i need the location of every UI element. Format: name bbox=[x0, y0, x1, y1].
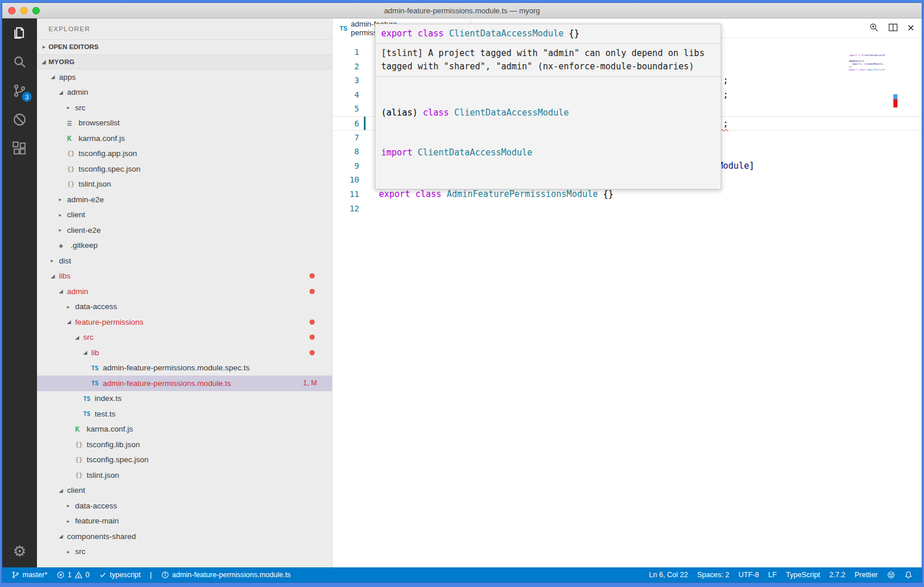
tree-folder-dist[interactable]: ▸dist bbox=[37, 253, 332, 269]
status-tslint-status[interactable]: typescript bbox=[95, 567, 144, 582]
chevron-down-icon: ◢ bbox=[75, 335, 83, 340]
ts-file-icon: TS bbox=[91, 380, 103, 387]
code-line-12[interactable]: 12 bbox=[333, 202, 922, 216]
code-token: {} bbox=[598, 189, 613, 199]
branch-icon bbox=[12, 571, 20, 579]
tree-file-index.ts[interactable]: TSindex.ts bbox=[37, 391, 332, 407]
tree-folder-feature-permissions[interactable]: ◢feature-permissions bbox=[37, 314, 332, 330]
status-formatter[interactable]: Prettier bbox=[851, 567, 881, 582]
chevron-right-icon: ▸ bbox=[67, 518, 75, 524]
line-number: 5 bbox=[333, 102, 366, 116]
tree-folder-src[interactable]: ▸src bbox=[37, 100, 332, 116]
tree-folder-client[interactable]: ▸client bbox=[37, 207, 332, 223]
code-token: ClientDataAccessModule bbox=[418, 147, 532, 158]
tree-folder-lib[interactable]: ◢lib bbox=[37, 345, 332, 361]
project-section[interactable]: ◢ MYORG bbox=[37, 54, 332, 69]
tree-item-label: client bbox=[67, 210, 85, 219]
tree-file-karma.conf.js[interactable]: Kkarma.conf.js bbox=[37, 131, 332, 146]
search-icon bbox=[12, 54, 28, 70]
tree-file-tsconfig.spec.json[interactable]: {}tsconfig.spec.json bbox=[37, 161, 332, 177]
file-tree: ◢apps◢admin▸src≡browserslistKkarma.conf.… bbox=[37, 69, 332, 567]
tree-item-label: admin-e2e bbox=[67, 195, 104, 204]
code-token: ; bbox=[723, 75, 728, 86]
tree-folder-client-e2e[interactable]: ▸client-e2e bbox=[37, 222, 332, 238]
tree-item-label: admin-feature-permissions.module.spec.ts bbox=[103, 363, 249, 372]
overview-ruler-cursor-mark bbox=[893, 94, 897, 99]
tree-item-label: apps bbox=[59, 73, 76, 81]
tree-item-label: libs bbox=[59, 272, 70, 280]
tree-file-karma.conf.js[interactable]: Kkarma.conf.js bbox=[37, 422, 332, 437]
chevron-right-icon: ▸ bbox=[67, 304, 75, 310]
tree-item-label: .gitkeep bbox=[70, 241, 98, 250]
status-label: UTF-8 bbox=[739, 571, 759, 579]
hover-code-line: export class ClientDataAccessModule {} bbox=[375, 24, 721, 44]
code-token bbox=[410, 189, 415, 199]
chevron-right-icon: ▸ bbox=[59, 212, 67, 218]
status-left: master*10typescript|admin-feature-permis… bbox=[8, 567, 294, 582]
line-number: 4 bbox=[333, 88, 366, 102]
tree-file-admin-feature-permissions.module.spec.ts[interactable]: TSadmin-feature-permissions.module.spec.… bbox=[37, 361, 332, 376]
status-feedback[interactable] bbox=[884, 567, 899, 582]
line-number: 12 bbox=[333, 202, 366, 216]
status-notifications[interactable] bbox=[901, 567, 916, 582]
tree-folder-admin-e2e[interactable]: ▸admin-e2e bbox=[37, 192, 332, 207]
tree-file-test.ts[interactable]: TStest.ts bbox=[37, 406, 332, 422]
tree-folder-feature-main[interactable]: ▸feature-main bbox=[37, 514, 332, 529]
explorer-sidebar: EXPLORER ▸ OPEN EDITORS ◢ MYORG ◢apps◢ad… bbox=[37, 18, 332, 567]
tree-item-label: admin bbox=[67, 88, 88, 96]
json-file-icon: {} bbox=[67, 165, 79, 173]
status-file-info[interactable]: admin-feature-permissions.module.ts bbox=[158, 567, 295, 582]
code-token: ; bbox=[723, 118, 728, 129]
tree-folder-apps[interactable]: ◢apps bbox=[37, 69, 332, 85]
tree-folder-client[interactable]: ◢client bbox=[37, 483, 332, 499]
tree-file-admin-feature-permissions.module.ts[interactable]: TSadmin-feature-permissions.module.ts1, … bbox=[37, 376, 332, 391]
tree-folder-libs[interactable]: ◢libs bbox=[37, 269, 332, 284]
tree-folder-admin[interactable]: ◢admin bbox=[37, 85, 332, 101]
tree-folder-src[interactable]: ▸src bbox=[37, 544, 332, 560]
tree-item-label: tslint.json bbox=[87, 471, 119, 480]
tree-file-tsconfig.app.json[interactable]: {}tsconfig.app.json bbox=[37, 146, 332, 162]
status-eol[interactable]: LF bbox=[765, 567, 780, 582]
activitybar-item-extensions[interactable] bbox=[2, 134, 37, 163]
tree-folder-admin[interactable]: ◢admin bbox=[37, 284, 332, 299]
code-token: AdminFeaturePermissionsModule bbox=[446, 189, 598, 199]
activitybar-item-explorer[interactable] bbox=[2, 18, 37, 47]
open-editors-section[interactable]: ▸ OPEN EDITORS bbox=[37, 39, 332, 54]
status-encoding[interactable]: UTF-8 bbox=[735, 567, 762, 582]
activitybar-item-debug[interactable] bbox=[2, 105, 37, 134]
status-ts-version[interactable]: 2.7.2 bbox=[826, 567, 849, 582]
tree-file-.gitkeep[interactable]: ◈.gitkeep bbox=[37, 238, 332, 254]
status-problems[interactable]: 10 bbox=[53, 567, 93, 582]
code-token bbox=[412, 147, 418, 158]
status-indentation[interactable]: Spaces: 2 bbox=[694, 567, 733, 582]
tree-file-tslint.json[interactable]: {}tslint.json bbox=[37, 467, 332, 483]
tree-item-label: src bbox=[75, 547, 85, 556]
tree-file-tsconfig.lib.json[interactable]: {}tsconfig.lib.json bbox=[37, 437, 332, 452]
status-language-mode[interactable]: TypeScript bbox=[783, 567, 824, 582]
tree-item-label: client bbox=[67, 486, 85, 495]
gear-icon[interactable]: ⚙ bbox=[13, 535, 26, 567]
open-preview-icon[interactable] bbox=[869, 23, 879, 35]
activitybar-item-search[interactable] bbox=[2, 47, 37, 76]
tree-file-browserslist[interactable]: ≡browserslist bbox=[37, 116, 332, 131]
code-token: import bbox=[381, 147, 412, 158]
close-editor-icon[interactable]: ✕ bbox=[907, 24, 915, 33]
problem-dot-badge bbox=[310, 319, 315, 325]
code-token: export bbox=[381, 28, 412, 39]
code-token: class bbox=[415, 189, 441, 199]
check-icon bbox=[99, 571, 107, 579]
split-editor-icon[interactable] bbox=[888, 23, 898, 35]
status-git-branch[interactable]: master* bbox=[8, 567, 51, 582]
tree-folder-data-access[interactable]: ▸data-access bbox=[37, 299, 332, 315]
ts-file-icon: TS bbox=[83, 395, 95, 402]
tree-item-label: tsconfig.spec.json bbox=[79, 165, 140, 173]
tree-folder-src[interactable]: ◢src bbox=[37, 330, 332, 345]
status-label: 2.7.2 bbox=[829, 571, 845, 579]
tree-folder-data-access[interactable]: ▸data-access bbox=[37, 498, 332, 514]
code-token: ; bbox=[723, 90, 728, 100]
tree-folder-components-shared[interactable]: ◢components-shared bbox=[37, 529, 332, 544]
activitybar-item-source-control[interactable]: 3 bbox=[2, 76, 37, 105]
tree-file-tslint.json[interactable]: {}tslint.json bbox=[37, 177, 332, 192]
status-cursor-position[interactable]: Ln 6, Col 22 bbox=[646, 567, 691, 582]
tree-file-tsconfig.spec.json[interactable]: {}tsconfig.spec.json bbox=[37, 452, 332, 468]
